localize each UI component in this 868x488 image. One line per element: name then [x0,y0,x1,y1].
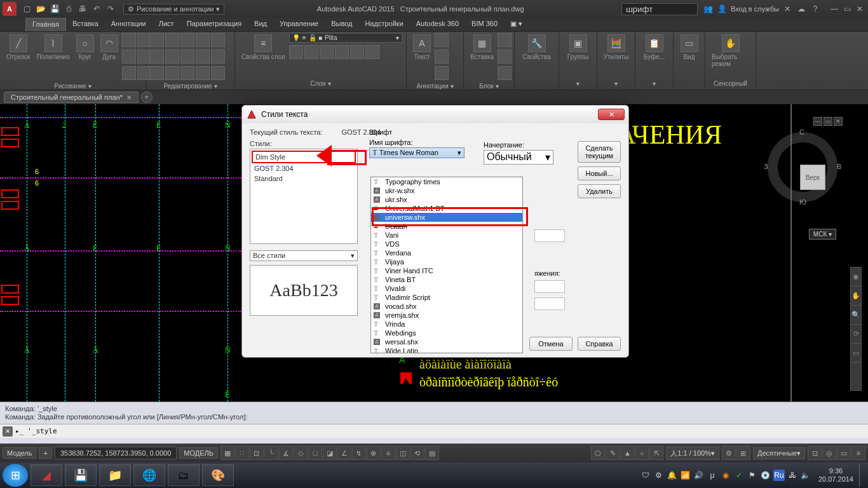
circle-button[interactable]: ○Круг [74,33,97,62]
task-paint[interactable]: 🎨 [202,464,234,486]
panel-annot-title[interactable]: Аннотации ▾ [410,81,459,91]
ly-2[interactable] [304,45,318,59]
line-button[interactable]: ╱Отрезок [4,33,33,62]
ly-1[interactable] [289,45,303,59]
oblique-field[interactable] [534,297,565,310]
tray-8[interactable]: ✓ [733,470,745,481]
tray-7[interactable]: ◉ [720,470,731,481]
tray-3[interactable]: 🔔 [667,470,678,481]
model-tab[interactable]: Модель [3,447,36,459]
wcs-dropdown[interactable]: МСК ▾ [809,229,836,240]
height-field[interactable] [534,229,565,242]
tray-5[interactable]: 🔊 [693,470,705,481]
snap-toggle[interactable]: ∷ [235,446,249,460]
cycle-toggle[interactable]: ⟲ [410,446,424,460]
task-folder[interactable]: 🗂 [168,464,200,486]
show-desktop-button[interactable] [859,464,865,487]
tran-toggle[interactable]: ◫ [396,446,410,460]
draw-small-1[interactable] [122,33,136,47]
viewcube-north[interactable]: С [799,128,804,136]
units-dropdown[interactable]: Десятичные ▾ [753,447,805,459]
font-option[interactable]: 𝕋Viner Hand ITC [371,266,522,275]
lwt-toggle[interactable]: ≡ [381,446,395,460]
font-option[interactable]: 🅰vremja.shx [371,311,522,320]
ly-4[interactable] [335,45,349,59]
viewcube[interactable]: Верх С Ю В З [768,132,837,202]
font-option[interactable]: 🅰ukr.shx [371,195,522,204]
ly-5[interactable] [350,45,364,59]
an-2[interactable] [435,50,449,64]
app-logo[interactable]: A [3,2,17,16]
signin-label[interactable]: Вход в службы [731,5,779,13]
nav-orbit-icon[interactable]: ⟳ [851,325,861,344]
taskbar-clock[interactable]: 9:36 20.07.2014 [818,467,853,484]
undo-icon[interactable]: ↶ [90,3,103,15]
new-icon[interactable]: ▢ [20,3,33,15]
command-close-icon[interactable]: ✕ [3,426,13,437]
tab-output[interactable]: Вывод [325,18,358,31]
doc-max-icon[interactable]: ▭ [824,117,832,126]
font-option[interactable]: 𝕋Wide Latin [371,346,522,353]
ducs-toggle[interactable]: ↯ [352,446,366,460]
view-button[interactable]: ▭Вид [677,33,701,62]
grid-toggle[interactable]: ▦ [220,446,234,460]
touch-button[interactable]: ✋Выбрать режим [709,33,752,69]
nav-show-icon[interactable]: ▭ [851,344,861,363]
redo-icon[interactable]: ↷ [104,3,117,15]
layer-props-button[interactable]: ≡Свойства слоя [239,33,288,62]
nav-pan-icon[interactable]: ✋ [851,287,861,306]
otrack-toggle[interactable]: ∠ [337,446,351,460]
font-option[interactable]: 𝕋Typography times [371,177,522,186]
panel-block-title[interactable]: Блок ▾ [468,81,510,91]
text-button[interactable]: AТекст [410,33,433,62]
edit-14[interactable] [196,66,210,80]
minimize-icon[interactable]: — [829,3,840,15]
tray-1[interactable]: 🛡 [640,470,651,481]
tray-2[interactable]: ⚙ [653,470,665,481]
annotation-scale[interactable]: 人 1:1 / 100% ▾ [666,447,719,460]
file-tab-close-icon[interactable]: ✕ [126,94,132,101]
annovis-toggle[interactable]: ⟐ [635,446,649,460]
tab-addins[interactable]: Надстройки [358,18,409,31]
an-3[interactable] [435,66,449,80]
viewcube-east[interactable]: В [837,163,841,170]
signin-icon[interactable]: 👤 [717,3,728,15]
tab-featured[interactable]: ▣ ▾ [504,18,529,31]
tab-home[interactable]: Главная [25,18,66,31]
file-tab-active[interactable]: Строительный генеральный план*✕ [4,92,139,103]
infocenter-icon[interactable]: 👥 [703,3,714,15]
layer-dropdown[interactable]: 💡 ☀ 🔓 ■ Plita▾ [289,33,402,43]
font-style-dropdown[interactable]: Обычный▾ [484,150,553,165]
file-tab-add[interactable]: + [141,92,153,103]
save-icon[interactable]: 💾 [48,3,61,15]
annoauto-toggle[interactable]: ⇱ [649,446,663,460]
layout-add-button[interactable]: + [39,447,51,459]
exchange-icon[interactable]: ✕ [782,3,793,15]
tray-9[interactable]: ⚑ [747,470,758,481]
iso-toggle[interactable]: ◇ [294,446,308,460]
command-input[interactable] [26,426,865,437]
tray-lang[interactable]: Ru [773,470,785,481]
tray-10[interactable]: 💿 [760,470,771,481]
tab-sheet[interactable]: Лист [153,18,180,31]
tab-annotate[interactable]: Аннотации [105,18,153,31]
groups-button[interactable]: ▣Группы [563,33,593,62]
status-icon-a[interactable]: ⬡ [591,446,605,460]
edit-4[interactable] [196,33,210,47]
set-current-button[interactable]: Сделать текущим [578,141,621,163]
tray-4[interactable]: 📶 [680,470,691,481]
viewcube-west[interactable]: З [764,163,768,170]
bl-2[interactable] [498,50,512,64]
tray-net[interactable]: 🖧 [787,470,798,481]
viewcube-south[interactable]: Ю [799,198,806,206]
tab-manage[interactable]: Управление [273,18,325,31]
delete-style-button[interactable]: Удалить [578,184,621,198]
edit-6[interactable] [150,50,164,64]
polyline-button[interactable]: ⌇Полилиния [34,33,72,62]
font-option[interactable]: 🅰ukr-w.shx [371,186,522,195]
ortho-toggle[interactable]: └ [264,446,278,460]
draw-small-3[interactable] [122,50,136,64]
infer-toggle[interactable]: ⊡ [250,446,264,460]
help-search-input[interactable] [621,3,698,15]
bl-3[interactable] [498,66,512,80]
